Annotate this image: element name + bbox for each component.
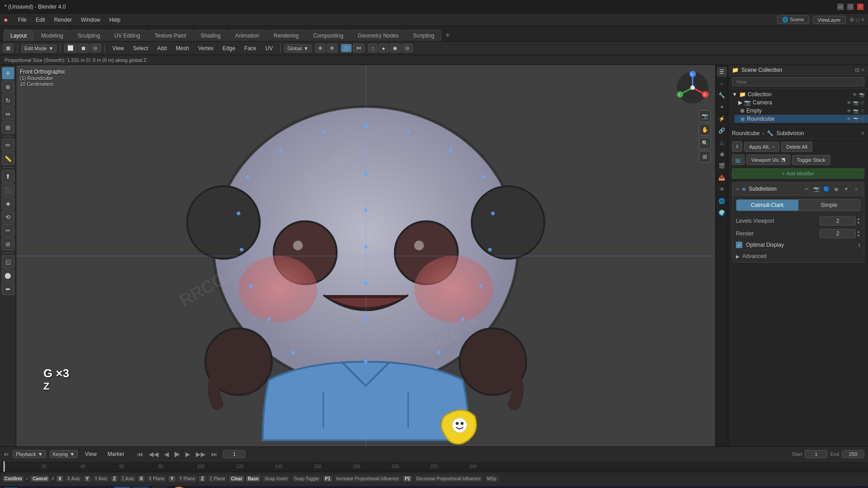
tab-animation[interactable]: Animation [228,30,266,41]
rpi-scene-props[interactable]: 🌐 [717,196,727,206]
cam-vis-icon[interactable]: 👁 [847,100,851,105]
editor-type-dropdown[interactable]: ▦ [3,44,14,52]
outliner-item-empty[interactable]: ⊕ Empty 👁 📷 ☉ [735,107,868,115]
menu-help[interactable]: Help [106,16,124,24]
filter-icon[interactable]: ⊟ [855,67,859,73]
taskbar-app-edge[interactable]: 🌐 [133,487,149,488]
rpi-world[interactable]: 🌍 [717,208,727,218]
vis-eye-icon[interactable]: 👁 [853,92,857,97]
levels-viewport-up[interactable]: ▲ [857,217,860,221]
tab-scripting[interactable]: Scripting [406,30,441,41]
subdiv-catmull-clark-btn[interactable]: Catmull-Clark [736,200,798,211]
taskbar-app-chrome[interactable]: ○ [152,487,168,488]
toolbar-select[interactable]: Select [129,44,151,52]
confirm-key[interactable]: Confirm [3,476,24,482]
rpi-modifier[interactable]: 🔧 [717,90,727,100]
vp-btn-camera[interactable]: 📷 [699,110,711,122]
x-key[interactable]: X [57,476,63,482]
tab-rendering[interactable]: Rendering [267,30,305,41]
roundcube-vis-icon[interactable]: 👁 [847,117,851,122]
transform-btn-1[interactable]: ⊕ [315,44,326,52]
tool-loop-cut[interactable]: ⟲ [2,211,14,223]
render-value[interactable]: 2 [820,229,856,238]
roundcube-render-icon[interactable]: 📷 [853,117,859,122]
tool-knife[interactable]: ✂ [2,224,14,237]
clear-key[interactable]: Clear [229,476,244,482]
vp-btn-zoom[interactable]: 🔍 [699,137,711,149]
tool-move[interactable]: ⊕ [2,80,14,93]
subdiv-expand-icon[interactable]: ▼ [842,185,850,193]
rpi-render[interactable]: 🎬 [717,161,727,171]
outliner-item-roundcube[interactable]: ▣ Roundcube 👁 📷 ☉ [735,115,868,123]
tool-cursor[interactable]: ✛ [2,67,14,80]
toolbar-add[interactable]: Add [154,44,170,52]
p1-key[interactable]: P1 [323,476,332,482]
rpi-object[interactable]: ○ [717,79,727,89]
tab-shading[interactable]: Shading [194,30,227,41]
play-btn[interactable]: ▶ [173,449,182,459]
render-down[interactable]: ▼ [857,234,860,238]
shade-rendered[interactable]: ◎ [402,44,413,52]
optimal-display-checkbox[interactable]: ✓ [736,242,742,248]
breadcrumb-close-btn[interactable]: × [861,130,864,136]
tab-sculpting[interactable]: Sculpting [71,30,107,41]
add-modifier-button[interactable]: + Add Modifier [732,169,864,178]
jump-end-btn[interactable]: ⏭ [209,450,219,459]
topbar-icon-3[interactable]: × [861,17,864,23]
viewport-material-btn[interactable]: ◎ [90,44,101,52]
outliner-item-collection[interactable]: ▼ 📁 Collection 👁 📷 [728,90,868,99]
subdiv-viewport-icon[interactable]: ◉ [832,185,840,193]
z-key[interactable]: Z [111,476,118,482]
p2-key[interactable]: P2 [403,476,412,482]
subdiv-enabled-icon[interactable]: ○ [736,186,739,192]
rpi-constraints[interactable]: 🔗 [717,126,727,136]
tool-bevel[interactable]: ◈ [2,197,14,210]
tool-annotate[interactable]: ✏ [2,139,14,151]
toolbar-edge[interactable]: Edge [219,44,239,52]
toolbar-view[interactable]: View [108,44,127,52]
subdiv-close-icon[interactable]: × [852,185,860,193]
empty-sel-icon[interactable]: ☉ [860,108,864,113]
base-key[interactable]: Base [246,476,260,482]
transform-dropdown[interactable]: Global ▼ [284,44,312,52]
transform-btn-2[interactable]: ⊗ [327,44,337,52]
minimize-button[interactable]: — [837,4,844,10]
tool-inset[interactable]: ⬛ [2,183,14,196]
rpi-scene[interactable]: ☰ [717,67,727,77]
vp-btn-grid[interactable]: ⊞ [699,151,711,163]
next-frame-btn[interactable]: ▶ [184,450,192,459]
taskbar-app-files[interactable]: 📁 [114,487,130,488]
add-workspace-button[interactable]: + [442,29,453,41]
empty-render-icon[interactable]: 📷 [853,108,859,113]
subdiv-render-icon[interactable]: 🔵 [822,185,830,193]
window-controls[interactable]: — □ × [837,4,863,10]
cancel-key[interactable]: Cancel [31,476,49,482]
view-layer-selector[interactable]: ViewLayer [813,16,846,24]
outliner-item-camera[interactable]: ▶ 📷 Camera 👁 📷 ☉ [735,99,868,107]
cam-sel-icon[interactable]: ☉ [860,100,864,105]
jump-start-btn[interactable]: ⏮ [135,450,145,459]
shade-material[interactable]: ◉ [390,44,401,52]
y-key[interactable]: Y [84,476,91,482]
toolbar-uv[interactable]: UV [262,44,277,52]
toolbar-vertex[interactable]: Vertex [194,44,217,52]
roundcube-sel-icon[interactable]: ☉ [860,117,864,122]
tab-layout[interactable]: Layout [4,30,33,41]
overlay-btn[interactable]: ◌ [341,44,352,52]
empty-vis-icon[interactable]: 👁 [847,108,851,113]
vis-render-icon[interactable]: 📷 [859,92,864,97]
prev-keyframe-btn[interactable]: ◀◀ [147,450,160,459]
shade-solid[interactable]: ● [379,44,388,52]
viewport-wireframe-btn[interactable]: ⬜ [64,44,77,52]
subdiv-camera-icon[interactable]: 📷 [812,185,821,193]
y-plane-key[interactable]: Y [169,476,175,482]
close-button[interactable]: × [857,4,863,10]
tool-shrink[interactable]: ⬤ [2,269,14,282]
prev-frame-btn[interactable]: ◀ [162,450,171,459]
render-up[interactable]: ▲ [857,230,860,234]
navigation-gizmo[interactable]: Z X Y [675,70,711,106]
tool-measure[interactable]: 📏 [2,152,14,165]
timeline-marker[interactable]: Marker [104,450,128,458]
next-keyframe-btn[interactable]: ▶▶ [194,450,208,459]
levels-viewport-down[interactable]: ▼ [857,221,860,225]
